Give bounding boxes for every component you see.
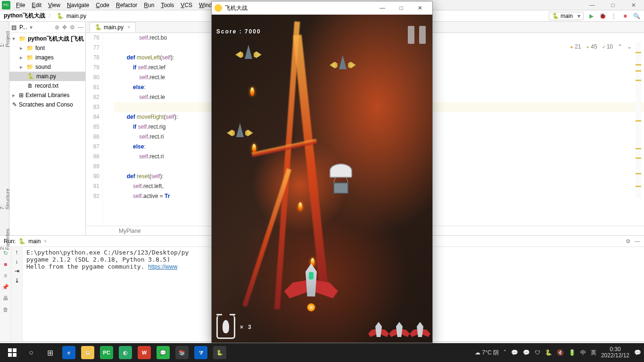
close-icon[interactable]: ✕ [411, 5, 429, 11]
task-view-button[interactable]: ⊞ [41, 343, 59, 362]
tool-tab-project[interactable]: 1: Project [0, 31, 10, 47]
menu-view[interactable]: View [45, 1, 63, 9]
breadcrumb-project[interactable]: python飞机大战 [4, 12, 45, 20]
menu-navigate[interactable]: Navigate [64, 1, 92, 9]
tree-file-record[interactable]: 🗎record.txt [9, 81, 85, 90]
search-everywhere-icon[interactable]: 🔍 [633, 12, 640, 20]
app-generic-2[interactable]: 📚 [173, 343, 191, 362]
close-tab-icon[interactable]: × [127, 24, 131, 31]
tray-wechat2-icon[interactable]: 💬 [523, 349, 530, 356]
close-run-tab-icon[interactable]: × [43, 238, 47, 245]
print-icon[interactable]: 🖶 [1, 294, 10, 303]
tray-python-icon[interactable]: 🐍 [545, 349, 552, 356]
up-icon[interactable]: ↑ [16, 249, 18, 255]
app-pycharm[interactable]: PC [97, 343, 116, 362]
menu-code[interactable]: Code [93, 1, 112, 9]
app-wps[interactable]: W [135, 343, 154, 362]
run-config-selector[interactable]: 🐍 main [549, 12, 584, 20]
tree-folder-images[interactable]: ▸📁images [9, 53, 85, 62]
notifications-icon[interactable]: 💬 [634, 349, 641, 356]
game-canvas[interactable]: Score : 7000 ×3 [212, 15, 432, 343]
app-explorer[interactable]: 🗂 [78, 343, 97, 362]
run-toolbar: 🐍 main ▶ 🐞 ⋮ ■ 🔍 [549, 12, 640, 20]
scroll-icon[interactable]: ⤓ [15, 277, 19, 284]
more-run-icon[interactable]: ⋮ [610, 12, 618, 20]
tree-file-main[interactable]: 🐍main.py [9, 72, 85, 81]
menu-tools[interactable]: Tools [158, 1, 177, 9]
locate-icon[interactable]: ⊕ [55, 24, 59, 31]
run-icon[interactable]: ▶ [587, 12, 595, 20]
game-title: 飞机大战 [225, 4, 248, 12]
stop-icon[interactable]: ■ [1, 260, 10, 269]
pycharm-logo-icon: PC [2, 1, 10, 9]
project-tree[interactable]: ▾📁python飞机大战 [飞机▸📁font▸📁images▸📁sound🐍ma… [9, 33, 85, 235]
pygame-link[interactable]: https://www [148, 263, 177, 270]
app-edge[interactable]: e [59, 343, 78, 362]
tree-ext-lib[interactable]: ▸⊞External Libraries [9, 90, 85, 100]
python-file-icon: 🐍 [95, 24, 102, 31]
app-generic-1[interactable]: ◐ [116, 343, 135, 362]
gear-icon[interactable]: ⚙ [70, 24, 75, 31]
layout-icon[interactable]: ≡ [1, 272, 10, 280]
tool-tab-structure[interactable]: 7: Structure [0, 189, 10, 210]
volume-icon[interactable]: 🔇 [557, 349, 564, 356]
fold-gutter[interactable] [103, 33, 112, 226]
breadcrumb-file[interactable]: main.py [66, 13, 86, 19]
tray-expand-icon[interactable]: ˄ [504, 349, 506, 356]
menu-file[interactable]: File [13, 1, 28, 9]
tree-folder-sound[interactable]: ▸📁sound [9, 62, 85, 72]
inspections-widget[interactable]: 21 45 10 ⌃ ⌄ [570, 43, 632, 50]
pin-icon[interactable]: 📌 [1, 283, 10, 291]
menu-run[interactable]: Run [141, 1, 157, 9]
project-label[interactable]: P... [19, 24, 27, 31]
tray-wechat-icon[interactable]: 💬 [511, 349, 518, 356]
ide-window-controls: — □ ✕ [582, 0, 644, 10]
run-config-name[interactable]: main [28, 238, 41, 245]
ime-lang2[interactable]: 英 [591, 349, 596, 357]
app-vscode[interactable]: ⧩ [191, 343, 210, 362]
enemy-plane [330, 55, 356, 77]
life-icon [389, 322, 410, 341]
ime-lang1[interactable]: 中 [580, 349, 586, 357]
close-icon[interactable]: ✕ [623, 0, 644, 10]
trash-icon[interactable]: 🗑 [1, 305, 10, 314]
down-icon[interactable]: ↓ [16, 258, 18, 265]
tray-security-icon[interactable]: 🛡 [535, 349, 540, 356]
chevron-down-icon[interactable]: ▾ [30, 24, 33, 31]
game-titlebar[interactable]: 飞机大战 — □ ✕ [212, 1, 432, 15]
stop-icon[interactable]: ■ [621, 12, 629, 20]
maximize-icon[interactable]: □ [392, 5, 411, 11]
app-python[interactable]: 🐍 [210, 343, 229, 362]
tree-scratches[interactable]: ✎Scratches and Conso [9, 100, 85, 109]
search-button[interactable]: ○ [22, 343, 41, 362]
error-stripe[interactable] [636, 42, 641, 198]
maximize-icon[interactable]: □ [603, 0, 623, 10]
menu-edit[interactable]: Edit [29, 1, 44, 9]
minimize-icon[interactable]: — [582, 0, 603, 10]
minimize-icon[interactable]: — [373, 5, 392, 11]
battery-icon[interactable]: 🔋 [569, 349, 576, 356]
wrap-icon[interactable]: ⇥ [15, 268, 19, 274]
expand-icon[interactable]: ✥ [62, 24, 67, 31]
gear-icon[interactable]: ⚙ [626, 238, 631, 245]
hide-icon[interactable]: — [78, 24, 83, 31]
weather-widget[interactable]: ☁ 7°C 阴 [475, 349, 499, 357]
collapse-icon[interactable]: ⌄ [627, 43, 632, 50]
expand-icon[interactable]: ⌃ [618, 43, 622, 50]
svg-rect-1 [13, 348, 17, 352]
debug-icon[interactable]: 🐞 [599, 12, 606, 20]
tree-root[interactable]: ▾📁python飞机大战 [飞机 [9, 34, 85, 43]
start-button[interactable] [3, 343, 22, 362]
hide-icon[interactable]: — [635, 238, 640, 245]
app-wechat[interactable]: 💬 [154, 343, 173, 362]
bullet [298, 202, 302, 211]
tree-folder-font[interactable]: ▸📁font [9, 43, 85, 53]
clock[interactable]: 0:302022/12/12 [601, 346, 629, 359]
rerun-icon[interactable]: ↻ [1, 249, 10, 257]
menu-refactor[interactable]: Refactor [113, 1, 140, 9]
pause-button[interactable] [408, 26, 426, 44]
menu-vcs[interactable]: VCS [178, 1, 195, 9]
project-view-icon[interactable]: ▤ [11, 24, 17, 31]
editor-tab[interactable]: 🐍 main.py × [90, 22, 136, 33]
tool-tab-favorites[interactable]: 2: Favorites [0, 229, 10, 250]
